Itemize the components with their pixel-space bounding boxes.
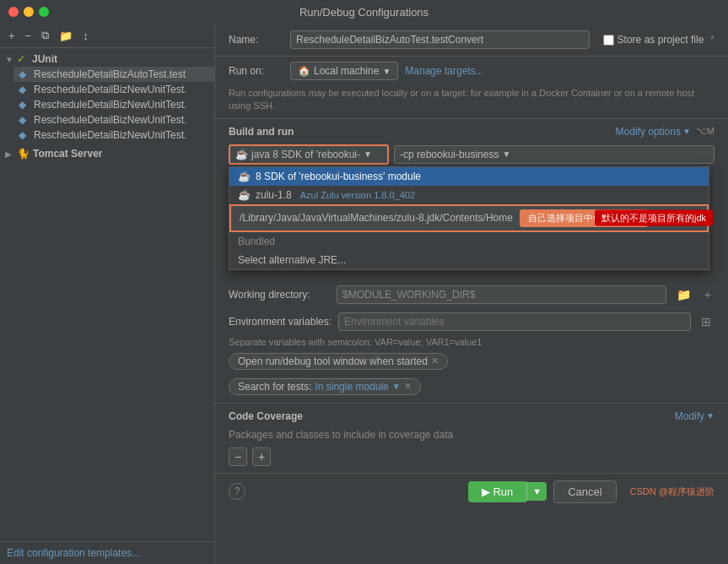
copy-config-button[interactable]: ⧉ <box>38 27 52 44</box>
run-dropdown-button[interactable]: ▼ <box>526 482 547 501</box>
edit-templates-link[interactable]: Edit configuration templates... <box>7 547 140 559</box>
traffic-lights <box>8 7 49 17</box>
window-title: Run/Debug Configurations <box>299 6 429 19</box>
manage-targets-link[interactable]: Manage targets... <box>405 65 483 77</box>
sidebar-footer: Edit configuration templates... <box>0 541 214 564</box>
add-config-button[interactable]: + <box>5 28 19 44</box>
coverage-header: Code Coverage Modify ▼ <box>229 410 715 422</box>
working-dir-input[interactable] <box>337 285 666 304</box>
name-label: Name: <box>229 34 283 46</box>
tag-search-tests: Search for tests: In single module ▼ ✕ <box>229 378 421 395</box>
env-hint: Separate variables with semicolon: VAR=v… <box>215 335 728 349</box>
tags-row: Open run/debug tool window when started … <box>215 349 728 374</box>
tag-close-button[interactable]: ✕ <box>404 381 412 392</box>
coverage-controls: − + <box>229 447 715 466</box>
name-row: Name: Store as project file * <box>215 24 728 57</box>
junit-label: JUnit <box>32 53 57 65</box>
run-label: ▶ Run <box>482 485 513 498</box>
env-vars-row: Environment variables: ⊞ <box>215 308 728 335</box>
env-vars-label: Environment variables: <box>229 316 332 328</box>
cancel-button[interactable]: Cancel <box>553 480 616 503</box>
store-label-text: Store as project file <box>617 34 704 46</box>
sdk-select[interactable]: ☕ java 8 SDK of 'rebookui- ▼ <box>229 144 389 165</box>
working-dir-row: Working directory: 📁 + <box>215 281 728 308</box>
tree-item-label: RescheduleDetailBizNewUnitTest. <box>34 114 186 126</box>
run-hint: Run configurations may be executed local… <box>215 85 728 118</box>
close-button[interactable] <box>8 7 19 17</box>
method-icon: ◆ <box>19 129 30 141</box>
minimize-button[interactable] <box>24 7 34 17</box>
working-dir-folder-button[interactable]: 📁 <box>673 286 694 303</box>
cp-select[interactable]: -cp rebookui-business ▼ <box>394 145 715 164</box>
sidebar: + − ⧉ 📁 ↕ ▼ ✓ JUnit ◆ RescheduleDetailBi… <box>0 24 215 564</box>
dropdown-item-3[interactable]: Bundled <box>229 232 709 251</box>
tree-group-junit[interactable]: ▼ ✓ JUnit <box>0 52 214 67</box>
zulu-icon: ☕ <box>238 189 251 201</box>
dropdown-item-4[interactable]: Select alternative JRE... <box>229 251 709 269</box>
name-input[interactable] <box>290 30 590 49</box>
build-run-header: Build and run Modify options ▼ ⌥M <box>229 126 715 138</box>
method-icon: ◆ <box>19 99 30 111</box>
junit-icon: ✓ <box>17 53 29 65</box>
build-run-controls: ☕ java 8 SDK of 'rebookui- ▼ -cp rebooku… <box>229 144 715 165</box>
tag-open-tool-window: Open run/debug tool window when started … <box>229 353 448 370</box>
expand-icon: ▶ <box>5 149 13 159</box>
tree-item-0[interactable]: ◆ RescheduleDetailBizAutoTest.test <box>13 67 214 82</box>
chevron-down-icon: ▼ <box>682 127 691 136</box>
env-vars-expand-button[interactable]: ⊞ <box>698 313 715 330</box>
coverage-modify-button[interactable]: Modify ▼ <box>675 410 715 422</box>
store-project-file-label: Store as project file <box>603 34 704 46</box>
tree-item-4[interactable]: ◆ RescheduleDetailBizNewUnitTest. <box>13 127 214 143</box>
java-icon: ☕ <box>235 149 248 160</box>
chevron-down-icon: ▼ <box>364 149 372 159</box>
sidebar-toolbar: + − ⧉ 📁 ↕ <box>0 24 214 48</box>
tree-item-label: RescheduleDetailBizNewUnitTest. <box>34 129 186 141</box>
home-icon: 🏠 <box>298 65 310 77</box>
sort-config-button[interactable]: ↕ <box>79 28 92 44</box>
dropdown-item-0[interactable]: ☕ 8 SDK of 'rebookui-business' module 默认… <box>229 167 709 186</box>
tree-item-1[interactable]: ◆ RescheduleDetailBizNewUnitTest. <box>13 82 214 97</box>
dropdown-item-1[interactable]: ☕ zulu-1.8 Azul Zulu version 1.8.0_402 <box>229 186 709 204</box>
tomcat-icon: 🐈 <box>17 148 30 160</box>
single-module-link[interactable]: In single module <box>315 381 388 393</box>
folder-config-button[interactable]: 📁 <box>56 28 76 44</box>
working-dir-label: Working directory: <box>229 289 330 301</box>
store-project-file-checkbox[interactable] <box>603 35 614 46</box>
run-button[interactable]: ▶ Run <box>468 481 526 502</box>
chevron-down-icon: ▼ <box>382 67 391 76</box>
chevron-down-icon[interactable]: ▼ <box>392 382 401 391</box>
tree-item-label: RescheduleDetailBizNewUnitTest. <box>34 99 186 111</box>
coverage-title: Code Coverage <box>229 410 303 422</box>
tags-row-2: Search for tests: In single module ▼ ✕ <box>215 374 728 399</box>
coverage-section: Code Coverage Modify ▼ Packages and clas… <box>215 403 728 473</box>
coverage-desc: Packages and classes to include in cover… <box>229 427 715 442</box>
build-run-title: Build and run <box>229 126 294 138</box>
modify-options-button[interactable]: Modify options ▼ ⌥M <box>616 126 715 138</box>
build-run-section: Build and run Modify options ▼ ⌥M ☕ java… <box>215 118 728 171</box>
local-machine-select[interactable]: 🏠 Local machine ▼ <box>290 62 398 80</box>
remove-config-button[interactable]: − <box>22 28 35 44</box>
run-on-row: Run on: 🏠 Local machine ▼ Manage targets… <box>215 57 728 85</box>
method-icon: ◆ <box>19 114 30 126</box>
maximize-button[interactable] <box>39 7 49 17</box>
sdk-dropdown: ☕ 8 SDK of 'rebookui-business' module 默认… <box>229 166 709 270</box>
tag-close-button[interactable]: ✕ <box>431 355 439 366</box>
store-asterisk: * <box>710 34 715 46</box>
run-on-label: Run on: <box>229 65 283 77</box>
tree-group-tomcat[interactable]: ▶ 🐈 Tomcat Server <box>0 146 214 161</box>
config-tree: ▼ ✓ JUnit ◆ RescheduleDetailBizAutoTest.… <box>0 48 214 541</box>
method-icon: ◆ <box>19 84 30 95</box>
coverage-remove-button[interactable]: − <box>229 447 247 466</box>
tree-item-3[interactable]: ◆ RescheduleDetailBizNewUnitTest. <box>13 112 214 127</box>
help-button[interactable]: ? <box>229 483 245 500</box>
tomcat-label: Tomcat Server <box>33 148 102 160</box>
tree-item-2[interactable]: ◆ RescheduleDetailBizNewUnitTest. <box>13 97 214 112</box>
env-vars-input[interactable] <box>338 312 691 331</box>
sdk-module-icon: ☕ <box>238 171 251 182</box>
coverage-add-button[interactable]: + <box>252 447 271 466</box>
tree-item-label: RescheduleDetailBizNewUnitTest. <box>34 84 186 95</box>
working-dir-macro-button[interactable]: + <box>701 286 715 303</box>
tree-item-label: RescheduleDetailBizAutoTest.test <box>34 68 186 80</box>
expand-icon: ▼ <box>5 55 13 64</box>
csdn-badge: CSDN @程序猿进阶 <box>630 485 715 498</box>
